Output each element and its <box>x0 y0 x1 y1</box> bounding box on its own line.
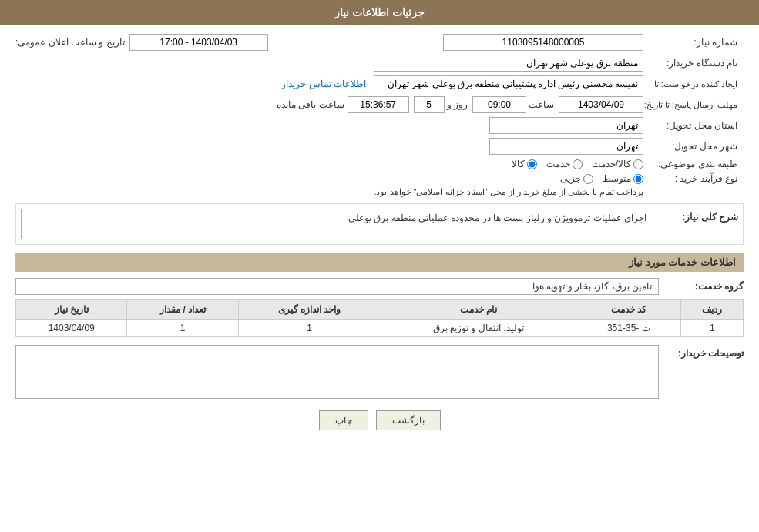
col-header-rownum: ردیف <box>681 300 744 320</box>
cell-date: 1403/04/09 <box>16 320 127 337</box>
cell-unit: 1 <box>238 320 381 337</box>
request-number-input[interactable] <box>443 34 643 51</box>
province-row: استان محل تحویل: <box>15 117 744 134</box>
print-button[interactable]: چاپ <box>319 410 368 430</box>
purchase-type-option-motavaset[interactable]: متوسط <box>603 173 643 184</box>
services-section-header: اطلاعات خدمات مورد نیاز <box>15 253 744 272</box>
category-option-kala[interactable]: کالا <box>512 159 537 169</box>
deadline-row: مهلت ارسال پاسخ: تا تاریخ: ساعت روز و سا… <box>15 96 744 113</box>
announcement-date-input[interactable] <box>129 34 268 51</box>
col-header-date: تاریخ نیاز <box>16 300 127 320</box>
requester-org-label: نام دستگاه خریدار: <box>643 58 744 69</box>
deadline-time-input[interactable] <box>472 96 526 113</box>
buyer-notes-textarea[interactable] <box>15 345 659 399</box>
province-label: استان محل تحویل: <box>643 120 744 131</box>
col-header-name: نام خدمت <box>381 300 576 320</box>
creator-input[interactable] <box>374 75 643 92</box>
buyer-notes-label: توصیحات خریدار: <box>667 345 744 359</box>
back-button[interactable]: بازگشت <box>376 410 441 430</box>
description-label: شرح کلی نیاز: <box>661 209 738 223</box>
contact-info-link[interactable]: اطلاعات تماس خریدار <box>281 79 366 89</box>
category-row: طبقه بندی موضوعی: کالا/خدمت خدمت کالا <box>15 159 744 169</box>
page-wrapper: جزئیات اطلاعات نیاز شماره نیاز: تاریخ و … <box>0 0 759 532</box>
table-row: 1 ت -35-351 تولید، انتقال و توزیع برق 1 … <box>16 320 744 337</box>
requester-org-input[interactable] <box>374 55 643 72</box>
deadline-days-input[interactable] <box>414 96 445 113</box>
services-table-head: ردیف کد خدمت نام خدمت واحد اندازه گیری ت… <box>16 300 744 320</box>
services-table-header-row: ردیف کد خدمت نام خدمت واحد اندازه گیری ت… <box>16 300 744 320</box>
purchase-type-radio-group: متوسط جزیی <box>560 173 643 184</box>
group-service-label: گروه خدمت: <box>667 281 744 292</box>
purchase-type-label: نوع فرآیند خرید : <box>643 173 744 184</box>
request-number-row: شماره نیاز: تاریخ و ساعت اعلان عمومی: <box>15 34 744 51</box>
cell-code: ت -35-351 <box>576 320 681 337</box>
province-input[interactable] <box>489 117 643 134</box>
deadline-time-label: ساعت <box>529 99 554 110</box>
page-header: جزئیات اطلاعات نیاز <box>0 0 759 25</box>
creator-label: ایجاد کننده درخواست: تا <box>643 79 744 89</box>
purchase-type-option-jozi[interactable]: جزیی <box>560 173 593 184</box>
city-row: شهر محل تحویل: <box>15 138 744 155</box>
group-service-row: گروه خدمت: تامین برق، گاز، بخار و تهویه … <box>15 278 744 295</box>
group-service-value: تامین برق، گاز، بخار و تهویه هوا <box>15 278 659 295</box>
deadline-remaining-input[interactable] <box>348 96 409 113</box>
deadline-days-label: روز و <box>447 99 468 110</box>
services-table-body: 1 ت -35-351 تولید، انتقال و توزیع برق 1 … <box>16 320 744 337</box>
purchase-type-content: متوسط جزیی پرداخت تمام یا بخشی از مبلغ خ… <box>374 173 643 197</box>
services-table: ردیف کد خدمت نام خدمت واحد اندازه گیری ت… <box>15 299 744 337</box>
deadline-date-input[interactable] <box>559 96 643 113</box>
col-header-unit: واحد اندازه گیری <box>238 300 381 320</box>
deadline-label: مهلت ارسال پاسخ: تا تاریخ: <box>643 100 744 110</box>
buttons-row: بازگشت چاپ <box>15 410 744 430</box>
page-title: جزئیات اطلاعات نیاز <box>334 6 425 18</box>
purchase-type-row: نوع فرآیند خرید : متوسط جزیی پرداخت تمام… <box>15 173 744 197</box>
announcement-date-label: تاریخ و ساعت اعلان عمومی: <box>15 37 125 48</box>
cell-name: تولید، انتقال و توزیع برق <box>381 320 576 337</box>
deadline-remaining-label: ساعت باقی مانده <box>277 99 344 110</box>
category-option-khedmat[interactable]: خدمت <box>546 159 583 169</box>
col-header-qty: تعداد / مقدار <box>127 300 238 320</box>
category-option-kala-khedmat[interactable]: کالا/خدمت <box>592 159 643 169</box>
city-input[interactable] <box>489 138 643 155</box>
col-header-code: کد خدمت <box>576 300 681 320</box>
requester-org-row: نام دستگاه خریدار: <box>15 55 744 72</box>
content-area: شماره نیاز: تاریخ و ساعت اعلان عمومی: نا… <box>0 25 759 451</box>
creator-row: ایجاد کننده درخواست: تا اطلاعات تماس خری… <box>15 75 744 92</box>
city-label: شهر محل تحویل: <box>643 141 744 152</box>
buyer-notes-row: توصیحات خریدار: <box>15 345 744 399</box>
request-number-label: شماره نیاز: <box>643 37 744 48</box>
category-label: طبقه بندی موضوعی: <box>643 159 744 169</box>
description-value: اجرای عملیات ترموویژن و رلیاز بست ها در … <box>21 209 653 239</box>
description-row: شرح کلی نیاز: اجرای عملیات ترموویژن و رل… <box>15 203 744 245</box>
cell-rownum: 1 <box>681 320 744 337</box>
purchase-type-note: پرداخت تمام یا بخشی از مبلغ خریدار از مح… <box>374 187 643 197</box>
cell-qty: 1 <box>127 320 238 337</box>
services-title: اطلاعات خدمات مورد نیاز <box>629 256 736 268</box>
category-radio-group: کالا/خدمت خدمت کالا <box>512 159 643 169</box>
